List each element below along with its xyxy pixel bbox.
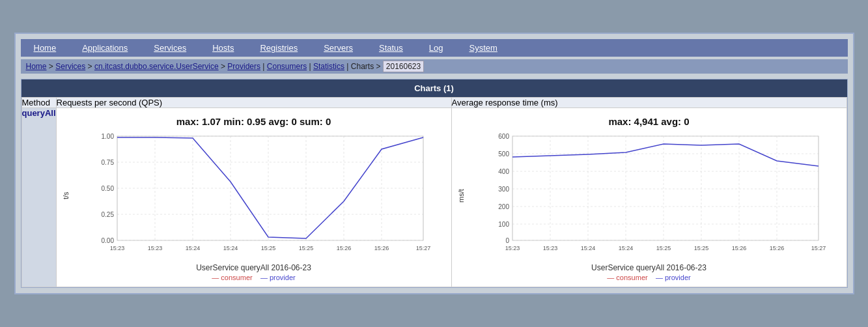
svg-rect-29 — [512, 136, 819, 240]
nav-hosts[interactable]: Hosts — [212, 43, 234, 53]
svg-text:15:25: 15:25 — [693, 245, 708, 251]
svg-text:15:25: 15:25 — [298, 245, 313, 251]
svg-text:0.75: 0.75 — [101, 159, 114, 166]
art-ylabel: ms/t — [455, 130, 468, 262]
svg-text:15:25: 15:25 — [260, 245, 275, 251]
method-cell: queryAll — [21, 108, 56, 287]
svg-text:300: 300 — [498, 186, 509, 193]
breadcrumb-current: 20160623 — [383, 61, 424, 72]
qps-chart-wrapper: max: 1.07 min: 0.95 avg: 0 sum: 0 t/s — [57, 108, 451, 287]
svg-text:0.25: 0.25 — [101, 211, 114, 218]
qps-xlabel: UserService queryAll 2016-06-23 — [59, 263, 449, 272]
charts-table: Method Requests per second (QPS) Average… — [21, 97, 847, 287]
qps-svg: 1.00 0.75 0.50 0.25 0.00 15:23 15:23 15 — [72, 130, 449, 260]
art-chart-wrapper: max: 4,941 avg: 0 ms/t — [452, 108, 847, 287]
svg-text:0.00: 0.00 — [101, 237, 114, 244]
svg-text:15:23: 15:23 — [505, 245, 520, 251]
art-svg: 600 500 400 300 200 100 0 15:23 — [468, 130, 844, 260]
qps-col-header: Requests per second (QPS) — [56, 98, 451, 108]
svg-text:15:24: 15:24 — [223, 245, 238, 251]
svg-text:0: 0 — [505, 237, 509, 244]
svg-text:600: 600 — [498, 133, 509, 140]
nav-bar: Home Applications Services Hosts Registr… — [21, 39, 848, 57]
qps-legend: — consumer — provider — [59, 274, 449, 281]
svg-text:15:24: 15:24 — [580, 245, 595, 251]
breadcrumb-providers[interactable]: Providers — [227, 62, 260, 71]
svg-text:0.50: 0.50 — [101, 185, 114, 192]
nav-home[interactable]: Home — [34, 43, 57, 53]
nav-services[interactable]: Services — [154, 43, 186, 53]
svg-text:15:24: 15:24 — [185, 245, 200, 251]
nav-system[interactable]: System — [469, 43, 497, 53]
art-chart-cell: max: 4,941 avg: 0 ms/t — [451, 108, 847, 287]
svg-text:500: 500 — [498, 150, 509, 158]
nav-log[interactable]: Log — [429, 43, 443, 53]
svg-text:15:26: 15:26 — [374, 245, 389, 251]
art-legend: — consumer — provider — [455, 274, 844, 281]
svg-text:400: 400 — [498, 168, 509, 175]
breadcrumb: Home > Services > cn.itcast.dubbo.servic… — [21, 59, 848, 74]
nav-registries[interactable]: Registries — [260, 43, 298, 53]
svg-text:15:26: 15:26 — [769, 245, 784, 251]
breadcrumb-consumers[interactable]: Consumers — [267, 62, 307, 71]
art-chart-stats: max: 4,941 avg: 0 — [455, 116, 844, 127]
nav-applications[interactable]: Applications — [82, 43, 128, 53]
svg-text:15:23: 15:23 — [542, 245, 557, 251]
svg-text:1.00: 1.00 — [101, 133, 114, 140]
svg-text:15:27: 15:27 — [811, 245, 826, 251]
breadcrumb-home[interactable]: Home — [26, 62, 47, 71]
art-xlabel: UserService queryAll 2016-06-23 — [455, 263, 844, 272]
outer-container: Home Applications Services Hosts Registr… — [14, 33, 854, 294]
breadcrumb-services[interactable]: Services — [55, 62, 85, 71]
svg-text:200: 200 — [498, 203, 509, 210]
charts-header: Charts (1) — [21, 79, 847, 97]
svg-text:15:24: 15:24 — [618, 245, 633, 251]
svg-text:15:27: 15:27 — [415, 245, 430, 251]
svg-text:100: 100 — [498, 221, 509, 228]
qps-chart-stats: max: 1.07 min: 0.95 avg: 0 sum: 0 — [59, 116, 449, 127]
svg-text:15:26: 15:26 — [336, 245, 351, 251]
svg-text:15:26: 15:26 — [731, 245, 746, 251]
qps-chart-cell: max: 1.07 min: 0.95 avg: 0 sum: 0 t/s — [56, 108, 451, 287]
qps-ylabel: t/s — [59, 130, 72, 262]
nav-status[interactable]: Status — [379, 43, 403, 53]
breadcrumb-statistics[interactable]: Statistics — [313, 62, 344, 71]
svg-text:15:23: 15:23 — [147, 245, 162, 251]
breadcrumb-service-name[interactable]: cn.itcast.dubbo.service.UserService — [94, 62, 219, 71]
svg-text:15:25: 15:25 — [656, 245, 671, 251]
art-col-header: Average response time (ms) — [451, 98, 847, 108]
method-col-header: Method — [21, 98, 56, 108]
main-content: Charts (1) Method Requests per second (Q… — [21, 79, 848, 288]
svg-text:15:23: 15:23 — [109, 245, 124, 251]
nav-servers[interactable]: Servers — [324, 43, 353, 53]
